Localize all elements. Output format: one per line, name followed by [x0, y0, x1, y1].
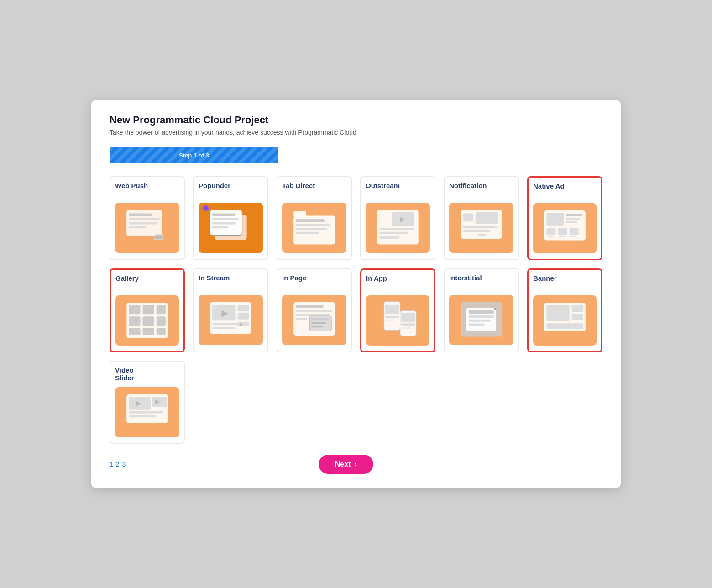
ad-card-label-banner: Banner [533, 274, 597, 291]
ad-card-notification[interactable]: Notification [444, 176, 519, 260]
next-button[interactable]: Next › [319, 455, 373, 474]
svg-rect-14 [293, 211, 306, 217]
svg-rect-87 [546, 323, 583, 329]
ad-card-in-app[interactable]: In App [360, 268, 435, 352]
svg-rect-69 [311, 326, 323, 328]
svg-rect-38 [570, 228, 579, 235]
svg-rect-47 [142, 316, 154, 326]
svg-rect-44 [142, 305, 154, 314]
svg-rect-59 [238, 322, 249, 326]
ad-thumb-web-push [115, 203, 179, 253]
svg-rect-35 [566, 221, 577, 223]
ad-card-native-ad[interactable]: Native Ad [527, 176, 602, 260]
svg-rect-2 [129, 218, 160, 220]
page-3[interactable]: 3 [122, 461, 126, 468]
next-label: Next [335, 460, 351, 468]
ad-card-label-in-app: In App [366, 274, 429, 291]
svg-rect-23 [379, 232, 408, 234]
svg-rect-30 [478, 234, 486, 236]
svg-rect-76 [401, 323, 415, 326]
svg-rect-82 [469, 320, 491, 322]
ad-card-label-gallery: Gallery [115, 274, 179, 291]
svg-rect-16 [296, 224, 330, 226]
svg-rect-22 [379, 228, 414, 230]
modal: New Programmatic Cloud Project Take the … [91, 100, 621, 488]
ad-thumb-popunder [199, 203, 263, 253]
ad-card-video-slider[interactable]: Video Slider [110, 361, 185, 444]
ad-card-label-tab-direct: Tab Direct [282, 182, 346, 198]
svg-rect-9 [212, 214, 235, 216]
ad-card-gallery[interactable]: Gallery [110, 268, 185, 352]
svg-rect-34 [566, 218, 580, 220]
ad-thumb-interstitial: ✕ [449, 295, 513, 345]
svg-rect-88 [572, 305, 583, 312]
ad-thumb-banner [533, 295, 597, 346]
popunder-dot [203, 205, 209, 211]
ad-thumb-tab-direct [282, 203, 346, 253]
ad-card-popunder[interactable]: Popunder [193, 176, 268, 260]
svg-rect-17 [296, 228, 327, 230]
svg-rect-80 [469, 310, 494, 314]
svg-rect-55 [238, 304, 249, 311]
ad-card-tab-direct[interactable]: Tab Direct [277, 176, 352, 260]
svg-rect-93 [129, 411, 163, 413]
bottom-row: 123 Next › [110, 455, 602, 474]
ad-thumb-in-app [366, 295, 429, 346]
svg-rect-81 [469, 315, 494, 318]
svg-rect-27 [463, 214, 473, 222]
svg-rect-63 [296, 310, 332, 312]
next-arrow: › [354, 460, 356, 468]
ad-card-in-page[interactable]: In Page [277, 268, 352, 352]
svg-rect-72 [385, 316, 399, 318]
svg-rect-62 [296, 304, 323, 308]
page-2[interactable]: 2 [116, 461, 120, 468]
svg-rect-73 [385, 319, 396, 321]
step-bar-container: Step 1 of 3 [110, 147, 602, 163]
ad-card-banner[interactable]: Banner [527, 268, 602, 352]
svg-text:✕: ✕ [493, 306, 497, 311]
svg-rect-26 [476, 212, 498, 224]
svg-rect-86 [546, 305, 569, 321]
ad-card-outstream[interactable]: Outstream [360, 176, 435, 260]
svg-rect-49 [129, 328, 140, 335]
svg-rect-18 [296, 232, 319, 234]
svg-rect-48 [157, 316, 166, 326]
svg-rect-28 [463, 226, 497, 228]
svg-rect-64 [296, 314, 330, 316]
svg-rect-11 [212, 222, 236, 224]
ad-thumb-video-slider [115, 387, 179, 437]
ad-card-interstitial[interactable]: Interstitial ✕ [444, 268, 519, 352]
svg-rect-45 [157, 305, 166, 314]
ad-card-web-push[interactable]: Web Push [110, 176, 185, 260]
svg-rect-43 [129, 305, 140, 314]
svg-rect-46 [129, 316, 140, 326]
svg-rect-67 [311, 318, 329, 320]
svg-rect-37 [558, 228, 567, 235]
svg-rect-32 [546, 213, 564, 226]
svg-rect-6 [155, 235, 162, 239]
svg-rect-39 [548, 236, 554, 237]
svg-rect-68 [311, 322, 326, 324]
ad-card-label-video-slider: Video Slider [115, 366, 179, 383]
ad-card-label-notification: Notification [449, 182, 513, 198]
svg-rect-50 [142, 328, 154, 335]
svg-rect-15 [296, 219, 325, 222]
ad-card-label-web-push: Web Push [115, 182, 179, 198]
ad-card-label-native-ad: Native Ad [533, 182, 597, 199]
ad-thumb-native-ad [533, 203, 597, 253]
svg-rect-29 [463, 230, 490, 232]
svg-rect-75 [401, 313, 415, 322]
page-1[interactable]: 1 [110, 461, 113, 468]
modal-title: New Programmatic Cloud Project [110, 114, 602, 126]
ad-card-in-stream[interactable]: In Stream [193, 268, 268, 352]
svg-rect-12 [212, 226, 228, 228]
svg-rect-41 [571, 236, 576, 237]
svg-rect-71 [385, 305, 399, 314]
ad-thumb-gallery [115, 295, 179, 346]
ad-thumb-in-stream [199, 295, 263, 345]
ad-grid: Web Push Popunder Tab Direct [110, 176, 602, 444]
svg-rect-36 [546, 228, 555, 235]
ad-thumb-in-page [282, 295, 346, 345]
modal-subtitle: Take the power of advertising in your ha… [110, 129, 602, 136]
svg-rect-3 [129, 222, 157, 224]
